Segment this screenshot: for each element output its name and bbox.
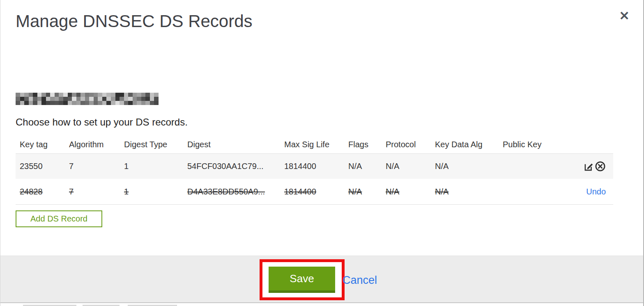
cell-key-data-alg: N/A <box>431 187 499 196</box>
edit-icon[interactable] <box>583 161 594 172</box>
add-ds-record-button[interactable]: Add DS Record <box>16 210 102 227</box>
cell-flags: N/A <box>344 187 382 196</box>
table-row-active: 23550 7 1 54FCF030AA1C79... 1814400 N/A … <box>16 154 613 179</box>
row-actions <box>552 161 613 172</box>
cell-digest-type: 1 <box>120 187 183 196</box>
cell-digest: 54FCF030AA1C79... <box>183 162 280 171</box>
cell-key-tag: 23550 <box>16 162 65 171</box>
cell-key-data-alg: N/A <box>431 162 499 171</box>
cancel-link[interactable]: Cancel <box>343 274 377 287</box>
underlying-page-sliver <box>0 304 644 306</box>
col-header-max-sig-life: Max Sig Life <box>280 140 344 149</box>
redacted-domain-name <box>16 93 159 105</box>
col-header-protocol: Protocol <box>382 140 431 149</box>
dnssec-modal: Manage DNSSEC DS Records ✕ Choose how to… <box>0 0 644 306</box>
cell-max-sig-life: 1814400 <box>280 162 344 171</box>
col-header-algorithm: Algorithm <box>65 140 120 149</box>
delete-circle-icon[interactable] <box>595 161 606 172</box>
row-actions: Undo <box>552 187 613 196</box>
table-row-deleted: 24828 7 1 D4A33E8DD550A9... 1814400 N/A … <box>16 179 613 205</box>
cell-protocol: N/A <box>382 162 431 171</box>
col-header-key-data-alg: Key Data Alg <box>431 140 499 149</box>
cell-flags: N/A <box>344 162 382 171</box>
col-header-key-tag: Key tag <box>16 140 65 149</box>
col-header-public-key: Public Key <box>499 140 552 149</box>
save-button[interactable]: Save <box>269 267 335 293</box>
cell-algorithm: 7 <box>65 162 120 171</box>
cell-protocol: N/A <box>382 187 431 196</box>
col-header-digest: Digest <box>183 140 280 149</box>
close-icon[interactable]: ✕ <box>616 7 633 25</box>
table-header-row: Key tag Algorithm Digest Type Digest Max… <box>16 135 613 154</box>
instruction-text: Choose how to set up your DS records. <box>16 116 188 128</box>
undo-link[interactable]: Undo <box>586 187 606 196</box>
cell-digest: D4A33E8DD550A9... <box>183 187 280 196</box>
cell-algorithm: 7 <box>65 187 120 196</box>
cell-digest-type: 1 <box>120 162 183 171</box>
ds-records-table: Key tag Algorithm Digest Type Digest Max… <box>16 135 613 205</box>
cell-max-sig-life: 1814400 <box>280 187 344 196</box>
page-title: Manage DNSSEC DS Records <box>16 11 253 31</box>
col-header-flags: Flags <box>344 140 382 149</box>
col-header-digest-type: Digest Type <box>120 140 183 149</box>
cell-key-tag: 24828 <box>16 187 65 196</box>
